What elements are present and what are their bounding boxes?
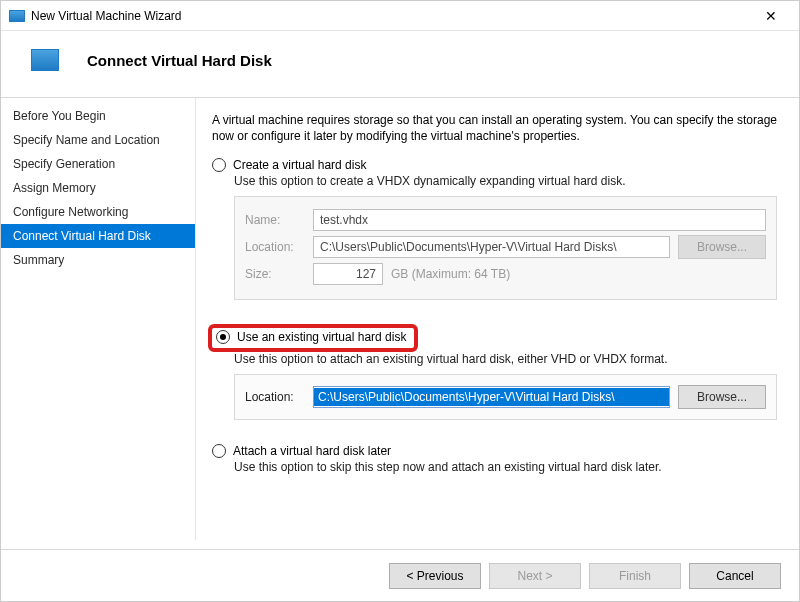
wizard-steps-sidebar: Before You Begin Specify Name and Locati… bbox=[1, 98, 196, 540]
finish-button: Finish bbox=[589, 563, 681, 589]
radio-icon bbox=[212, 158, 226, 172]
intro-text: A virtual machine requires storage so th… bbox=[212, 112, 777, 144]
cancel-button[interactable]: Cancel bbox=[689, 563, 781, 589]
option-use-existing-vhd: Use an existing virtual hard disk Use th… bbox=[212, 324, 777, 420]
option1-desc: Use this option to create a VHDX dynamic… bbox=[234, 174, 777, 188]
radio-label: Attach a virtual hard disk later bbox=[233, 444, 391, 458]
option2-group: Location: C:\Users\Public\Documents\Hype… bbox=[234, 374, 777, 420]
radio-attach-later[interactable]: Attach a virtual hard disk later bbox=[212, 444, 777, 458]
size-unit: GB (Maximum: 64 TB) bbox=[391, 267, 510, 281]
radio-create-vhd[interactable]: Create a virtual hard disk bbox=[212, 158, 777, 172]
option3-desc: Use this option to skip this step now an… bbox=[234, 460, 777, 474]
step-specify-name[interactable]: Specify Name and Location bbox=[1, 128, 195, 152]
next-button: Next > bbox=[489, 563, 581, 589]
close-button[interactable]: ✕ bbox=[751, 8, 791, 24]
radio-icon bbox=[212, 444, 226, 458]
name-input bbox=[313, 209, 766, 231]
previous-button[interactable]: < Previous bbox=[389, 563, 481, 589]
location-label: Location: bbox=[245, 240, 305, 254]
step-assign-memory[interactable]: Assign Memory bbox=[1, 176, 195, 200]
radio-use-existing[interactable] bbox=[216, 330, 230, 344]
step-configure-networking[interactable]: Configure Networking bbox=[1, 200, 195, 224]
browse-button-disabled: Browse... bbox=[678, 235, 766, 259]
step-connect-vhd[interactable]: Connect Virtual Hard Disk bbox=[1, 224, 195, 248]
option2-desc: Use this option to attach an existing vi… bbox=[234, 352, 777, 366]
location-input-disabled bbox=[313, 236, 670, 258]
radio-label: Create a virtual hard disk bbox=[233, 158, 366, 172]
wizard-header: Connect Virtual Hard Disk bbox=[1, 31, 799, 98]
window-title: New Virtual Machine Wizard bbox=[31, 9, 751, 23]
page-heading: Connect Virtual Hard Disk bbox=[87, 52, 272, 69]
option-create-vhd: Create a virtual hard disk Use this opti… bbox=[212, 158, 777, 300]
highlight-annotation: Use an existing virtual hard disk bbox=[208, 324, 418, 352]
step-before-you-begin[interactable]: Before You Begin bbox=[1, 104, 195, 128]
radio-label: Use an existing virtual hard disk bbox=[237, 330, 406, 344]
size-input bbox=[313, 263, 383, 285]
wizard-icon bbox=[31, 49, 59, 71]
wizard-main-panel: A virtual machine requires storage so th… bbox=[196, 98, 799, 540]
location-input[interactable]: C:\Users\Public\Documents\Hyper-V\Virtua… bbox=[314, 388, 669, 406]
option-attach-later: Attach a virtual hard disk later Use thi… bbox=[212, 444, 777, 474]
window-icon bbox=[9, 10, 25, 22]
location-label: Location: bbox=[245, 390, 305, 404]
name-label: Name: bbox=[245, 213, 305, 227]
step-summary[interactable]: Summary bbox=[1, 248, 195, 272]
option1-group: Name: Location: Browse... Size: GB (Maxi… bbox=[234, 196, 777, 300]
size-label: Size: bbox=[245, 267, 305, 281]
wizard-footer: < Previous Next > Finish Cancel bbox=[1, 549, 799, 601]
step-specify-generation[interactable]: Specify Generation bbox=[1, 152, 195, 176]
browse-button[interactable]: Browse... bbox=[678, 385, 766, 409]
titlebar: New Virtual Machine Wizard ✕ bbox=[1, 1, 799, 31]
